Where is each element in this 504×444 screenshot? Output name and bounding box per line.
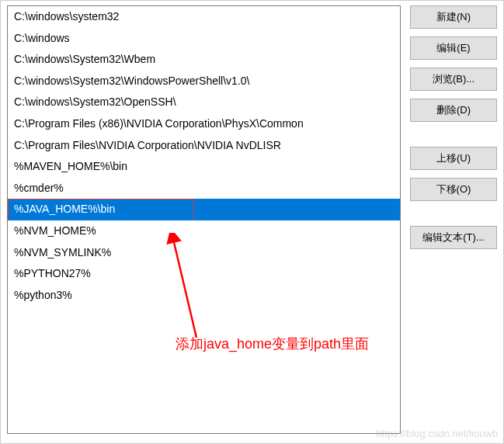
edit-button[interactable]: 编辑(E) — [410, 36, 497, 60]
moveup-button[interactable]: 上移(U) — [410, 147, 497, 170]
list-item[interactable]: C:\windows\System32\OpenSSH\ — [8, 92, 400, 113]
button-label: 编辑(E) — [436, 42, 470, 54]
button-column: 新建(N) 编辑(E) 浏览(B)... 删除(D) 上移(U) 下移(O) 编… — [410, 5, 497, 439]
list-item[interactable]: %python3% — [8, 285, 400, 307]
new-button[interactable]: 新建(N) — [410, 5, 497, 29]
path-listbox[interactable]: C:\windows\system32 C:\windows C:\window… — [7, 5, 401, 434]
list-item[interactable]: C:\Program Files (x86)\NVIDIA Corporatio… — [8, 113, 400, 135]
list-item[interactable]: C:\windows\system32 — [8, 6, 400, 28]
button-label: 新建(N) — [436, 11, 471, 23]
button-label: 编辑文本(T)... — [422, 231, 484, 243]
list-item[interactable]: %NVM_HOME% — [8, 220, 400, 242]
list-item[interactable]: C:\windows\System32\Wbem — [8, 49, 400, 71]
list-item[interactable]: %MAVEN_HOME%\bin — [8, 156, 400, 178]
button-label: 删除(D) — [436, 104, 471, 116]
list-item[interactable]: %cmder% — [8, 178, 400, 199]
list-item-selected[interactable]: %JAVA_HOME%\bin — [8, 199, 400, 220]
button-label: 上移(U) — [436, 152, 471, 164]
list-item[interactable]: C:\windows — [8, 28, 400, 50]
list-item[interactable]: C:\Program Files\NVIDIA Corporation\NVID… — [8, 135, 400, 157]
button-label: 下移(O) — [436, 183, 471, 195]
delete-button[interactable]: 删除(D) — [410, 99, 497, 122]
list-item[interactable]: C:\windows\System32\WindowsPowerShell\v1… — [8, 71, 400, 92]
dialog-content: C:\windows\system32 C:\windows C:\window… — [0, 0, 504, 444]
button-label: 浏览(B)... — [433, 73, 474, 85]
edittext-button[interactable]: 编辑文本(T)... — [410, 226, 497, 249]
movedown-button[interactable]: 下移(O) — [410, 178, 497, 201]
list-item[interactable]: %NVM_SYMLINK% — [8, 242, 400, 264]
browse-button[interactable]: 浏览(B)... — [410, 68, 497, 91]
list-item[interactable]: %PYTHON27% — [8, 263, 400, 285]
